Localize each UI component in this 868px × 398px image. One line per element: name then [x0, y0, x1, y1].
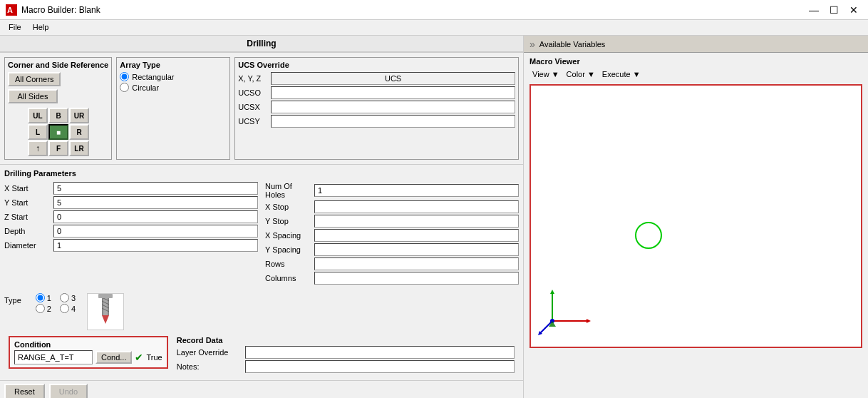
macro-execute-menu[interactable]: Execute ▼	[599, 68, 644, 80]
svg-marker-14	[587, 319, 591, 323]
columns-label: Columns	[265, 274, 311, 282]
xstart-input[interactable]	[53, 182, 258, 195]
chevron-icon: »	[529, 39, 535, 50]
type-3-row: 3	[60, 293, 76, 302]
ucs-xyz-row: X, Y, Z	[238, 72, 515, 85]
corner-side-ref-title: Corner and Side Reference	[8, 61, 108, 69]
ucs-ucsy-input[interactable]	[271, 115, 515, 128]
corner-grid: UL B UR L ■ R ↑ F LR	[28, 108, 89, 156]
type-label: Type	[4, 296, 21, 305]
menu-help[interactable]: Help	[27, 21, 55, 34]
ucs-xyz-input[interactable]	[271, 72, 515, 85]
corner-b[interactable]: B	[48, 108, 68, 123]
all-corners-button[interactable]: All Corners	[8, 72, 61, 86]
reset-button[interactable]: Reset	[4, 384, 45, 398]
corner-ul[interactable]: UL	[28, 108, 48, 123]
depth-input[interactable]	[53, 225, 258, 238]
ystop-input[interactable]	[314, 215, 519, 228]
params-left-col: X Start Y Start Z Start Depth	[4, 180, 258, 286]
minimize-button[interactable]: —	[805, 3, 822, 17]
bottom-section-left: Condition Cond... ✔ True Record Data Lay…	[0, 333, 523, 380]
left-panel: Drilling Corner and Side Reference All C…	[0, 36, 524, 398]
corner-grid-container: UL B UR L ■ R ↑ F LR	[8, 108, 108, 156]
xspacing-row: X Spacing	[265, 229, 519, 242]
corner-r[interactable]: R	[69, 124, 89, 140]
rows-input[interactable]	[314, 257, 519, 270]
maximize-button[interactable]: ☐	[825, 3, 842, 17]
macro-view-menu[interactable]: View ▼	[529, 68, 562, 80]
diameter-label: Diameter	[4, 241, 51, 250]
title-bar-controls: — ☐ ✕	[805, 3, 862, 17]
numholes-label: Num Of Holes	[265, 182, 311, 199]
rows-row: Rows	[265, 257, 519, 270]
xstop-input[interactable]	[314, 200, 519, 213]
drilling-params: Drilling Parameters X Start Y Start Z St…	[0, 165, 523, 290]
array-rectangular-radio[interactable]	[120, 72, 129, 81]
undo-button[interactable]: Undo	[49, 384, 88, 398]
array-circular-radio[interactable]	[120, 83, 129, 92]
condition-controls: Cond... ✔ True	[14, 350, 162, 364]
notes-label: Notes:	[177, 362, 241, 371]
ystart-row: Y Start	[4, 196, 258, 209]
corner-f[interactable]: F	[48, 141, 68, 156]
layer-override-input[interactable]	[245, 346, 515, 359]
depth-label: Depth	[4, 227, 51, 235]
record-data-title: Record Data	[177, 336, 515, 345]
xstart-row: X Start	[4, 182, 258, 195]
right-panel: » Available Variables Macro Viewer View …	[524, 36, 868, 398]
app-icon: A	[6, 4, 17, 16]
numholes-row: Num Of Holes	[265, 182, 519, 199]
type-section: Type 1 3 2 4	[0, 290, 523, 333]
ucs-ucsx-input[interactable]	[271, 101, 515, 113]
ystart-input[interactable]	[53, 196, 258, 209]
macro-color-menu[interactable]: Color ▼	[564, 68, 598, 80]
svg-rect-9	[98, 294, 113, 298]
corner-l[interactable]: L	[28, 124, 48, 140]
svg-text:A: A	[7, 6, 13, 14]
array-type-title: Array Type	[120, 61, 227, 69]
type-3-radio[interactable]	[60, 293, 69, 302]
type-2-radio[interactable]	[36, 304, 45, 313]
params-right-col: Num Of Holes X Stop Y Stop X Spacing	[265, 180, 519, 286]
menu-file[interactable]: File	[3, 21, 27, 34]
ucs-ucso-label: UCSO	[238, 88, 267, 97]
yspacing-input[interactable]	[314, 243, 519, 256]
array-rectangular-row: Rectangular	[120, 72, 227, 81]
available-vars-title: Available Variables	[539, 40, 606, 49]
type-3-label: 3	[71, 294, 76, 302]
cond-button[interactable]: Cond...	[95, 351, 132, 364]
type-2-label: 2	[47, 305, 51, 313]
drilling-header: Drilling	[0, 36, 523, 53]
zstart-input[interactable]	[53, 210, 258, 223]
all-sides-button[interactable]: All Sides	[8, 89, 58, 103]
ystop-row: Y Stop	[265, 215, 519, 228]
close-button[interactable]: ✕	[845, 3, 862, 17]
all-sides-buttons: All Sides	[8, 89, 108, 103]
condition-input[interactable]	[14, 350, 93, 364]
type-4-label: 4	[71, 305, 76, 313]
xspacing-input[interactable]	[314, 229, 519, 242]
array-circular-row: Circular	[120, 83, 227, 92]
bottom-bar: Reset Undo	[0, 380, 523, 398]
corner-ur[interactable]: UR	[69, 108, 89, 123]
viewer-svg	[531, 86, 861, 347]
notes-input[interactable]	[245, 360, 515, 373]
diameter-row: Diameter	[4, 239, 258, 252]
corner-center[interactable]: ■	[48, 124, 68, 140]
xstop-label: X Stop	[265, 203, 311, 211]
corner-lr[interactable]: LR	[69, 141, 89, 156]
corner-arrow[interactable]: ↑	[28, 141, 48, 156]
ucs-ucsx-row: UCSX	[238, 101, 515, 113]
columns-input[interactable]	[314, 272, 519, 285]
type-4-radio[interactable]	[60, 304, 69, 313]
macro-viewer-section: Macro Viewer View ▼ Color ▼ Execute ▼	[524, 53, 868, 398]
condition-wrapper: Condition Cond... ✔ True	[4, 333, 172, 377]
numholes-input[interactable]	[314, 184, 519, 197]
ystop-label: Y Stop	[265, 217, 311, 225]
diameter-input[interactable]	[53, 239, 258, 252]
type-1-radio[interactable]	[36, 293, 45, 302]
array-rectangular-label: Rectangular	[132, 73, 174, 81]
ucs-ucso-input[interactable]	[271, 86, 515, 99]
ucs-ucso-row: UCSO	[238, 86, 515, 99]
ucs-xyz-label: X, Y, Z	[238, 74, 267, 83]
